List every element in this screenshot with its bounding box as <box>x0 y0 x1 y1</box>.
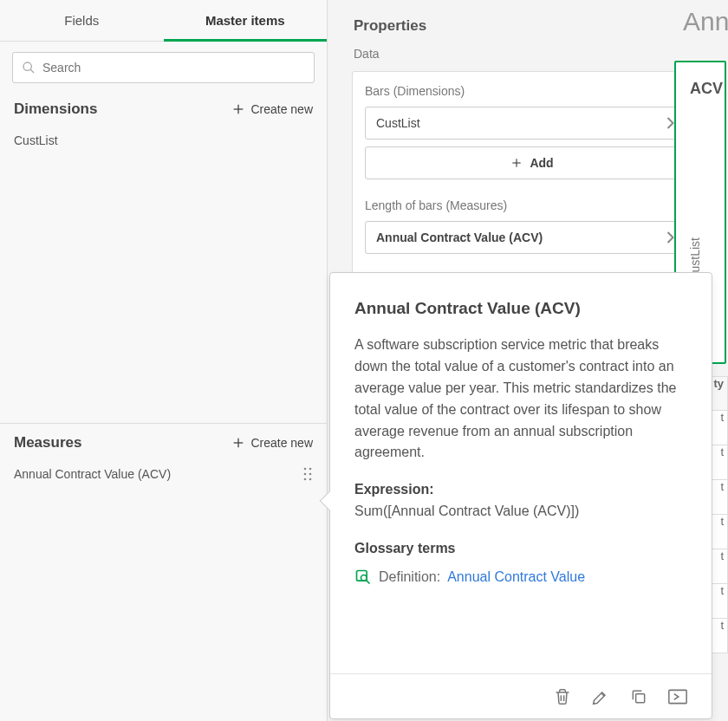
definition-link[interactable]: Annual Contract Value <box>447 567 585 588</box>
duplicate-icon[interactable] <box>630 688 647 705</box>
tab-master-items[interactable]: Master items <box>164 0 328 41</box>
create-dimension-button[interactable]: Create new <box>231 102 313 116</box>
definition-label: Definition: <box>379 567 440 588</box>
dimension-item-label: CustList <box>14 133 58 147</box>
edit-icon[interactable] <box>592 688 609 705</box>
svg-point-9 <box>309 473 312 476</box>
svg-point-10 <box>304 478 307 481</box>
search-box[interactable] <box>12 52 315 83</box>
expression-label: Expression: <box>354 479 687 501</box>
dimension-pill-custlist[interactable]: CustList <box>365 107 699 140</box>
svg-line-28 <box>366 580 369 583</box>
measure-pill-label: Annual Contract Value (ACV) <box>376 231 543 244</box>
svg-point-7 <box>309 468 312 471</box>
svg-rect-32 <box>636 693 645 702</box>
measure-popover: Annual Contract Value (ACV) A software s… <box>329 272 712 719</box>
create-measure-label: Create new <box>250 436 313 450</box>
glossary-icon <box>354 568 372 586</box>
asset-tabs: Fields Master items <box>0 0 327 42</box>
left-panel: Fields Master items Dimensions Create ne… <box>0 0 328 721</box>
expression-value: Sum([Annual Contract Value (ACV)]) <box>354 501 687 523</box>
svg-point-11 <box>309 478 312 481</box>
measure-item-label: Annual Contract Value (ACV) <box>14 467 171 481</box>
plus-icon <box>510 157 523 169</box>
measures-title: Measures <box>14 434 81 451</box>
svg-line-1 <box>30 69 34 73</box>
properties-card: Bars (Dimensions) CustList Add Length of… <box>352 71 712 274</box>
length-measures-label: Length of bars (Measures) <box>365 198 699 212</box>
dimension-pill-label: CustList <box>376 116 420 130</box>
svg-point-6 <box>304 468 307 471</box>
svg-point-0 <box>23 62 31 70</box>
dimensions-title: Dimensions <box>14 101 97 118</box>
measures-section: Measures Create new Annual Contract Valu… <box>0 423 327 491</box>
data-section-label: Data <box>328 47 728 71</box>
dimensions-section: Dimensions Create new CustList <box>0 90 327 158</box>
chart-acv-label: ACV <box>690 80 723 98</box>
insert-icon[interactable] <box>668 689 687 705</box>
svg-point-27 <box>361 575 367 581</box>
create-measure-button[interactable]: Create new <box>231 436 313 450</box>
plus-icon <box>231 436 245 450</box>
measure-pill-acv[interactable]: Annual Contract Value (ACV) <box>365 221 699 254</box>
tab-fields[interactable]: Fields <box>0 0 164 41</box>
popover-title: Annual Contract Value (ACV) <box>354 296 687 321</box>
add-dimension-button[interactable]: Add <box>365 146 699 179</box>
chevron-right-icon <box>666 117 674 129</box>
add-button-label: Add <box>530 156 553 170</box>
create-dimension-label: Create new <box>250 102 313 116</box>
svg-point-8 <box>304 473 307 476</box>
search-input[interactable] <box>42 61 305 75</box>
properties-header: Properties <box>328 0 728 47</box>
popover-toolbar <box>330 673 712 718</box>
dimension-list-item[interactable]: CustList <box>0 123 327 158</box>
chart-title-cropped: Ann <box>683 7 728 36</box>
popover-description: A software subscription service metric t… <box>354 335 687 464</box>
search-wrap <box>0 42 327 90</box>
plus-icon <box>231 102 245 116</box>
delete-icon[interactable] <box>554 688 571 705</box>
chevron-right-icon <box>666 231 674 244</box>
glossary-terms-label: Glossary terms <box>354 538 687 560</box>
bars-dimensions-label: Bars (Dimensions) <box>365 84 699 98</box>
search-icon <box>22 61 36 75</box>
drag-handle-icon[interactable] <box>302 467 313 481</box>
measure-list-item[interactable]: Annual Contract Value (ACV) <box>0 457 327 491</box>
